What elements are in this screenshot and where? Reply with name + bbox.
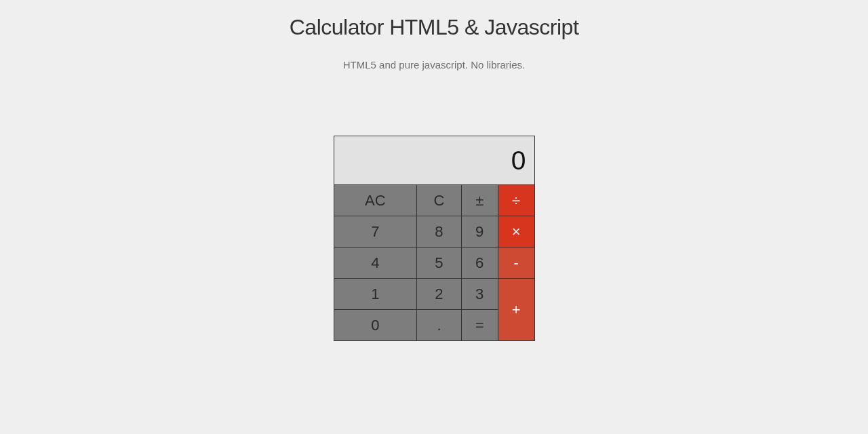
page-title: Calculator HTML5 & Javascript bbox=[290, 15, 579, 40]
digit-7-button[interactable]: 7 bbox=[334, 216, 417, 248]
page-subtitle: HTML5 and pure javascript. No libraries. bbox=[343, 59, 525, 71]
digit-6-button[interactable]: 6 bbox=[461, 248, 498, 279]
plus-button[interactable]: + bbox=[498, 279, 534, 341]
digit-2-button[interactable]: 2 bbox=[417, 279, 462, 310]
digit-8-button[interactable]: 8 bbox=[417, 216, 462, 248]
multiply-button[interactable]: × bbox=[498, 216, 534, 248]
divide-button[interactable]: ÷ bbox=[498, 185, 534, 216]
digit-5-button[interactable]: 5 bbox=[417, 248, 462, 279]
calculator-display: 0 bbox=[334, 136, 534, 185]
minus-button[interactable]: - bbox=[498, 248, 534, 279]
digit-4-button[interactable]: 4 bbox=[334, 248, 417, 279]
digit-9-button[interactable]: 9 bbox=[461, 216, 498, 248]
clear-button[interactable]: C bbox=[417, 185, 462, 216]
equals-button[interactable]: = bbox=[461, 310, 498, 341]
calculator: 0 AC C ± ÷ 7 8 9 × 4 5 6 - 1 2 3 + 0 . = bbox=[334, 136, 535, 341]
plus-minus-button[interactable]: ± bbox=[461, 185, 498, 216]
digit-1-button[interactable]: 1 bbox=[334, 279, 417, 310]
digit-0-button[interactable]: 0 bbox=[334, 310, 417, 341]
decimal-button[interactable]: . bbox=[417, 310, 462, 341]
digit-3-button[interactable]: 3 bbox=[461, 279, 498, 310]
all-clear-button[interactable]: AC bbox=[334, 185, 417, 216]
